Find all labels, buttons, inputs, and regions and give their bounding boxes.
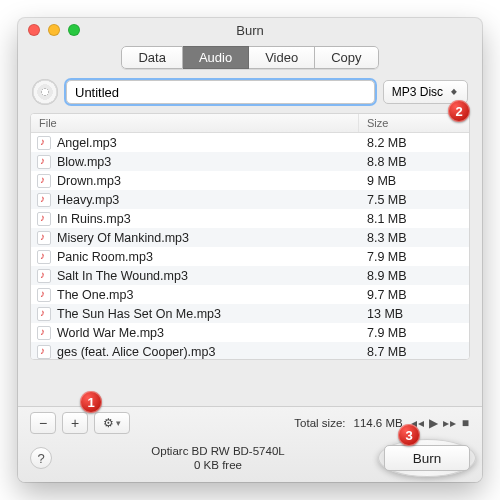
transport-controls: ◂◂ ▶ ▸▸ ■ [411, 416, 470, 430]
window-title: Burn [236, 23, 263, 38]
minimize-icon[interactable] [48, 24, 60, 36]
add-button[interactable]: + [62, 412, 88, 434]
table-row[interactable]: Salt In The Wound.mp38.9 MB [31, 266, 469, 285]
table-row[interactable]: In Ruins.mp38.1 MB [31, 209, 469, 228]
app-window: Burn Data Audio Video Copy MP3 Disc ▲▼ F… [18, 18, 482, 482]
file-size: 7.9 MB [359, 326, 469, 340]
drive-info: Optiarc BD RW BD-5740L 0 KB free [52, 444, 384, 472]
file-name: Heavy.mp3 [57, 193, 119, 207]
forward-button[interactable]: ▸▸ [443, 416, 457, 430]
file-size: 8.2 MB [359, 136, 469, 150]
table-row[interactable]: Blow.mp38.8 MB [31, 152, 469, 171]
file-size: 9 MB [359, 174, 469, 188]
file-name: Misery Of Mankind.mp3 [57, 231, 189, 245]
music-file-icon [37, 174, 51, 188]
zoom-icon[interactable] [68, 24, 80, 36]
burn-button[interactable]: Burn [384, 445, 470, 471]
file-name: In Ruins.mp3 [57, 212, 131, 226]
total-size-label: Total size: [294, 417, 345, 429]
file-size: 9.7 MB [359, 288, 469, 302]
settings-button[interactable] [94, 412, 130, 434]
file-size: 8.3 MB [359, 231, 469, 245]
file-name: Blow.mp3 [57, 155, 111, 169]
file-name: Salt In The Wound.mp3 [57, 269, 188, 283]
disc-type-label: MP3 Disc [392, 85, 443, 99]
total-size-value: 114.6 MB [353, 417, 402, 429]
table-row[interactable]: Drown.mp39 MB [31, 171, 469, 190]
tab-data[interactable]: Data [121, 46, 182, 69]
drive-name: Optiarc BD RW BD-5740L [52, 444, 384, 458]
file-table: File Size Angel.mp38.2 MBBlow.mp38.8 MBD… [30, 113, 470, 360]
table-body: Angel.mp38.2 MBBlow.mp38.8 MBDrown.mp39 … [31, 133, 469, 359]
callout-1: 1 [80, 391, 102, 413]
col-file[interactable]: File [31, 114, 359, 132]
close-icon[interactable] [28, 24, 40, 36]
file-size: 7.9 MB [359, 250, 469, 264]
file-name: Angel.mp3 [57, 136, 117, 150]
tab-copy[interactable]: Copy [315, 46, 378, 69]
music-file-icon [37, 345, 51, 359]
music-file-icon [37, 250, 51, 264]
table-row[interactable]: Misery Of Mankind.mp38.3 MB [31, 228, 469, 247]
table-row[interactable]: Heavy.mp37.5 MB [31, 190, 469, 209]
callout-3: 3 [398, 424, 420, 446]
table-row[interactable]: The One.mp39.7 MB [31, 285, 469, 304]
file-size: 8.1 MB [359, 212, 469, 226]
table-header: File Size [31, 114, 469, 133]
table-row[interactable]: ges (feat. Alice Cooper).mp38.7 MB [31, 342, 469, 359]
stop-button[interactable]: ■ [462, 416, 470, 430]
music-file-icon [37, 269, 51, 283]
drive-free: 0 KB free [52, 458, 384, 472]
tab-video[interactable]: Video [249, 46, 315, 69]
file-size: 8.9 MB [359, 269, 469, 283]
table-row[interactable]: World War Me.mp37.9 MB [31, 323, 469, 342]
file-size: 8.7 MB [359, 345, 469, 359]
file-name: Panic Room.mp3 [57, 250, 153, 264]
table-row[interactable]: The Sun Has Set On Me.mp313 MB [31, 304, 469, 323]
table-row[interactable]: Panic Room.mp37.9 MB [31, 247, 469, 266]
file-name: World War Me.mp3 [57, 326, 164, 340]
file-name: The One.mp3 [57, 288, 133, 302]
music-file-icon [37, 136, 51, 150]
mode-tabs: Data Audio Video Copy [121, 46, 378, 69]
file-name: Drown.mp3 [57, 174, 121, 188]
music-file-icon [37, 212, 51, 226]
tab-audio[interactable]: Audio [183, 46, 249, 69]
help-button[interactable]: ? [30, 447, 52, 469]
disc-name-input[interactable] [66, 80, 375, 104]
music-file-icon [37, 326, 51, 340]
remove-button[interactable]: − [30, 412, 56, 434]
music-file-icon [37, 193, 51, 207]
table-row[interactable]: Angel.mp38.2 MB [31, 133, 469, 152]
file-size: 7.5 MB [359, 193, 469, 207]
file-size: 8.8 MB [359, 155, 469, 169]
music-file-icon [37, 307, 51, 321]
music-file-icon [37, 155, 51, 169]
window-controls [28, 24, 80, 36]
disc-icon [32, 79, 58, 105]
music-file-icon [37, 231, 51, 245]
play-button[interactable]: ▶ [429, 416, 439, 430]
file-size: 13 MB [359, 307, 469, 321]
file-name: The Sun Has Set On Me.mp3 [57, 307, 221, 321]
music-file-icon [37, 288, 51, 302]
titlebar: Burn [18, 18, 482, 42]
stepper-icon: ▲▼ [449, 89, 459, 96]
callout-2: 2 [448, 100, 470, 122]
file-name: ges (feat. Alice Cooper).mp3 [57, 345, 215, 359]
